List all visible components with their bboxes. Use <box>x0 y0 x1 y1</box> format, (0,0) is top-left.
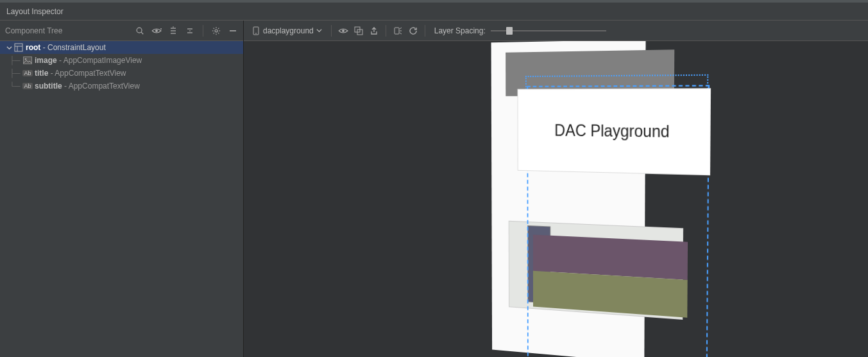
divider <box>425 25 425 37</box>
tree-node-title[interactable]: ├─ Ab title - AppCompatTextView <box>0 67 243 80</box>
expand-all-icon[interactable] <box>168 26 178 36</box>
image-icon <box>22 57 33 64</box>
chevron-down-icon[interactable] <box>5 45 13 51</box>
text-icon: Ab <box>22 70 33 76</box>
layer-title-text: DAC Playground <box>554 121 669 142</box>
minimize-icon[interactable] <box>228 26 238 36</box>
layer-spacing-label: Layer Spacing: <box>434 26 486 35</box>
eye-icon[interactable] <box>338 26 348 36</box>
tree-node-label: root - ConstraintLayout <box>26 43 106 52</box>
chevron-down-icon <box>316 28 322 33</box>
slider-thumb[interactable] <box>506 27 513 35</box>
divider <box>386 25 386 37</box>
layout-canvas-panel: dacplayground Layer Spacing: <box>244 21 868 357</box>
svg-point-11 <box>215 29 217 31</box>
overlay-icon[interactable] <box>353 26 364 36</box>
window-title-bar: Layout Inspector <box>0 3 868 21</box>
tree-node-label: subtitle - AppCompatTextView <box>35 82 140 91</box>
tree-node-label: title - AppCompatTextView <box>35 69 126 78</box>
process-name: dacplayground <box>263 26 314 35</box>
collapse-all-icon[interactable] <box>185 26 195 36</box>
svg-point-3 <box>160 28 162 30</box>
component-tree-panel: Component Tree <box>0 21 244 357</box>
device-icon <box>251 26 260 35</box>
live-updates-icon[interactable] <box>393 26 403 36</box>
svg-point-2 <box>155 30 158 32</box>
svg-line-19 <box>218 28 219 28</box>
svg-point-0 <box>137 28 142 33</box>
svg-line-16 <box>214 28 214 28</box>
tree-node-image[interactable]: ├─ image - AppCompatImageView <box>0 54 243 67</box>
tree-node-label: image - AppCompatImageView <box>35 56 142 65</box>
layer-title[interactable]: DAC Playground <box>517 88 711 175</box>
svg-line-1 <box>141 32 143 34</box>
refresh-icon[interactable] <box>408 26 418 36</box>
layout-3d-canvas[interactable]: DAC Playground <box>244 41 868 357</box>
svg-rect-24 <box>24 57 32 64</box>
svg-line-17 <box>218 33 219 33</box>
divider <box>203 25 203 37</box>
divider <box>331 25 332 37</box>
process-select[interactable]: dacplayground <box>249 25 325 37</box>
tree-branch-icon: ├─ <box>8 69 22 78</box>
component-tree-title: Component Tree <box>5 26 62 35</box>
export-icon[interactable] <box>369 26 379 36</box>
component-tree-header: Component Tree <box>0 21 243 41</box>
tree-branch-icon: └─ <box>8 82 22 91</box>
svg-rect-21 <box>15 44 22 51</box>
gear-icon[interactable] <box>211 26 221 36</box>
svg-line-18 <box>214 33 214 33</box>
tree-branch-icon: ├─ <box>8 56 22 65</box>
text-icon: Ab <box>22 83 33 89</box>
svg-point-25 <box>25 58 27 60</box>
component-tree: root - ConstraintLayout ├─ image - AppCo… <box>0 41 243 357</box>
svg-rect-31 <box>395 28 399 34</box>
layer-spacing-slider[interactable] <box>491 26 606 36</box>
component-tree-toolbar <box>135 25 238 37</box>
tree-node-root[interactable]: root - ConstraintLayout <box>0 41 243 54</box>
layout-icon <box>13 43 24 52</box>
svg-point-28 <box>342 30 345 32</box>
canvas-toolbar: dacplayground Layer Spacing: <box>244 21 868 41</box>
eye-icon[interactable] <box>151 26 162 36</box>
window-title: Layout Inspector <box>6 7 64 16</box>
search-icon[interactable] <box>135 26 145 36</box>
tree-node-subtitle[interactable]: └─ Ab subtitle - AppCompatTextView <box>0 80 243 92</box>
